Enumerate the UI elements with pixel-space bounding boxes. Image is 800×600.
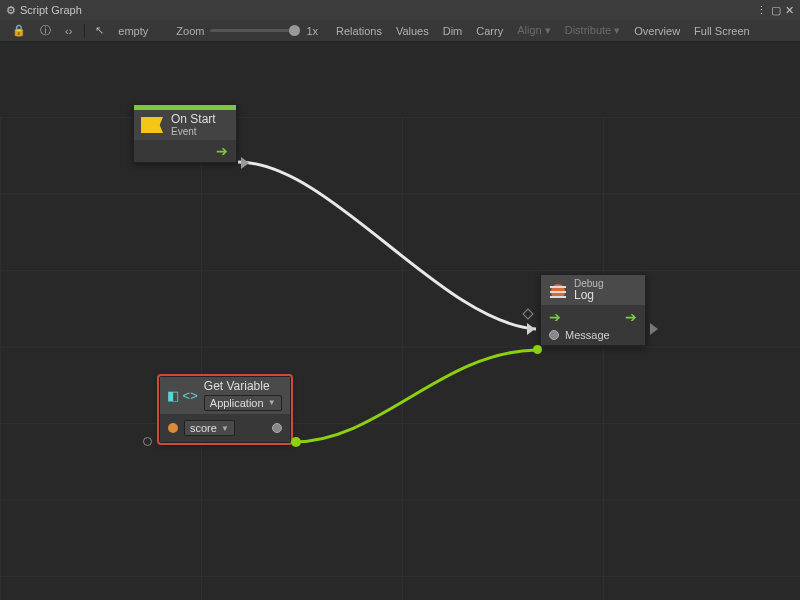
code-icon[interactable]: ‹› [59, 23, 78, 39]
breadcrumb-icon[interactable]: ↖ [89, 22, 110, 39]
toolbar: 🔒 ⓘ ‹› ↖ empty Zoom 1x Relations Values … [0, 20, 800, 42]
canvas-grid [0, 117, 800, 600]
lock-icon[interactable]: 🔒 [6, 22, 32, 39]
node-title: On Start [171, 113, 216, 126]
flow-in-port[interactable]: ➔ [549, 309, 561, 325]
node-title: Log [574, 289, 603, 302]
breadcrumb-label[interactable]: empty [112, 23, 154, 39]
flow-output-triangle[interactable] [241, 157, 249, 169]
distribute-dropdown[interactable]: Distribute ▾ [559, 22, 627, 39]
node-title: Get Variable [204, 380, 282, 393]
zoom-label: Zoom [176, 25, 204, 37]
dim-button[interactable]: Dim [437, 23, 469, 39]
window-titlebar: ⚙ Script Graph ⋮ ▢ ✕ [0, 0, 800, 20]
fullscreen-button[interactable]: Full Screen [688, 23, 756, 39]
zoom-value: 1x [306, 25, 318, 37]
value-output-port-connected[interactable] [291, 437, 301, 447]
relations-button[interactable]: Relations [330, 23, 388, 39]
message-input-port[interactable] [549, 330, 559, 340]
node-on-start[interactable]: On Start Event ➔ [133, 104, 237, 163]
window-title: Script Graph [20, 4, 82, 16]
maximize-icon[interactable]: ▢ [771, 4, 781, 17]
align-dropdown[interactable]: Align ▾ [511, 22, 557, 39]
close-icon[interactable]: ✕ [785, 4, 794, 17]
flow-input-triangle[interactable] [527, 323, 535, 335]
graph-icon: ⚙ [6, 4, 16, 17]
node-get-variable[interactable]: ◧ <> Get Variable Application▼ score▼ [159, 376, 291, 443]
flow-out-port[interactable]: ➔ [625, 309, 637, 325]
value-output-port[interactable] [272, 423, 282, 433]
graph-canvas[interactable]: On Start Event ➔ Debug Log ➔ ➔ Message [0, 42, 800, 600]
node-subtitle: Event [171, 126, 216, 137]
node-debug-log[interactable]: Debug Log ➔ ➔ Message [540, 274, 646, 346]
message-label: Message [565, 329, 610, 341]
variable-icon: ◧ <> [167, 388, 198, 403]
flow-out-port[interactable]: ➔ [216, 143, 228, 159]
menu-icon[interactable]: ⋮ [756, 4, 767, 17]
flag-icon [141, 117, 163, 133]
variable-scope-dropdown[interactable]: Application▼ [204, 395, 282, 411]
info-icon[interactable]: ⓘ [34, 21, 57, 40]
name-input-port[interactable] [168, 423, 178, 433]
values-button[interactable]: Values [390, 23, 435, 39]
external-input-port[interactable] [143, 437, 152, 446]
data-input-port-connected[interactable] [533, 345, 542, 354]
variable-name-dropdown[interactable]: score▼ [184, 420, 235, 436]
zoom-slider[interactable] [210, 29, 300, 32]
bug-icon [548, 281, 568, 299]
carry-button[interactable]: Carry [470, 23, 509, 39]
overview-button[interactable]: Overview [628, 23, 686, 39]
flow-output-triangle[interactable] [650, 323, 658, 335]
